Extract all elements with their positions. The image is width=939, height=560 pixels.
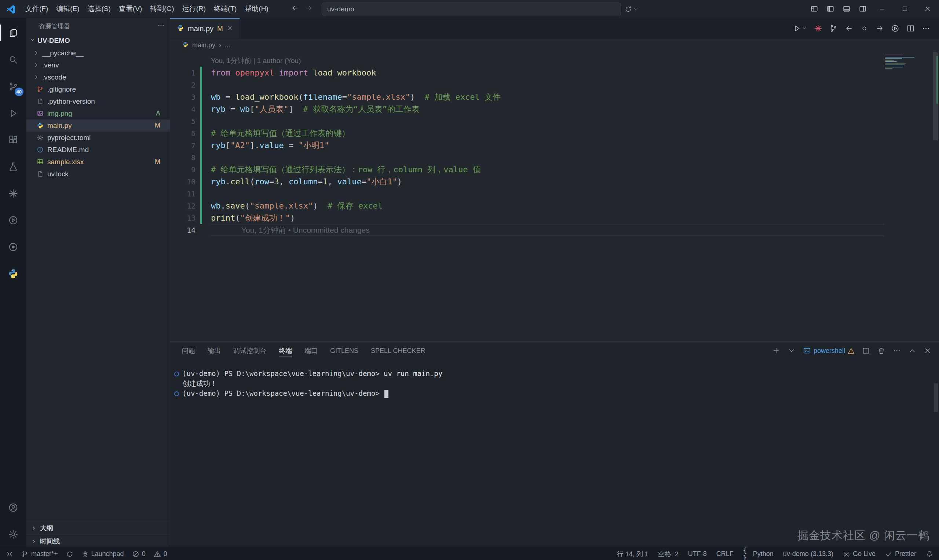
activity-settings[interactable] <box>0 521 26 548</box>
terminal-shell-button[interactable]: powershell <box>803 347 855 355</box>
command-center-search[interactable]: uv-demo <box>322 3 621 15</box>
menu-item[interactable]: 转到(G) <box>146 0 178 18</box>
terminal[interactable]: (uv-demo) PS D:\workspace\vue-learning\u… <box>170 360 939 548</box>
previous-change-button[interactable] <box>845 24 853 32</box>
more-panel-actions-button[interactable] <box>893 347 901 355</box>
status-python-interpreter[interactable]: uv-demo (3.13.3) <box>783 550 833 558</box>
activity-run-and-debug[interactable] <box>0 100 26 126</box>
status-go-live[interactable]: Go Live <box>843 550 876 558</box>
activity-source-control[interactable]: 40 <box>0 73 26 100</box>
branch-icon <box>37 86 44 93</box>
status-gitlens-launchpad[interactable]: Launchpad <box>82 550 124 558</box>
file-item-pyproject.toml[interactable]: pyproject.toml <box>26 132 170 144</box>
file-item-sample.xlsx[interactable]: sample.xlsxM <box>26 156 170 168</box>
close-window-button[interactable] <box>916 0 939 18</box>
activity-python[interactable] <box>0 260 26 287</box>
file-item-uv.lock[interactable]: uv.lock <box>26 168 170 180</box>
split-editor-button[interactable] <box>907 24 915 32</box>
status-cursor-position[interactable]: 行 14, 列 1 <box>617 550 649 558</box>
panel-tab-SPELL CHECKER[interactable]: SPELL CHECKER <box>371 342 425 360</box>
compare-changes-button[interactable] <box>830 24 838 32</box>
codelens-blame[interactable]: You, 1分钟前 | 1 author (You) <box>170 55 939 67</box>
navigate-forward-button[interactable] <box>305 4 313 14</box>
panel-tab-端口[interactable]: 端口 <box>304 342 318 360</box>
maximize-icon <box>901 5 908 12</box>
panel-tab-输出[interactable]: 输出 <box>208 342 221 360</box>
editor-scrollbar[interactable] <box>933 52 938 140</box>
activity-extension-sparkle[interactable] <box>0 180 26 207</box>
image-icon <box>37 110 44 117</box>
activity-testing[interactable] <box>0 153 26 180</box>
file-item-main.py[interactable]: main.pyM <box>26 120 170 132</box>
command-center-extra-button[interactable] <box>624 3 638 15</box>
panel-tab-问题[interactable]: 问题 <box>182 342 195 360</box>
file-item-.venv[interactable]: .venv <box>26 59 170 71</box>
menu-item[interactable]: 编辑(E) <box>52 0 83 18</box>
file-item-.vscode[interactable]: .vscode <box>26 71 170 83</box>
customize-layout-button[interactable] <box>806 0 822 18</box>
file-item-.python-version[interactable]: .python-version <box>26 95 170 108</box>
activity-accounts[interactable] <box>0 494 26 521</box>
status-indentation[interactable]: 空格: 2 <box>658 550 678 558</box>
split-terminal-button[interactable] <box>862 347 870 355</box>
panel-tab-GITLENS[interactable]: GITLENS <box>330 342 358 360</box>
activity-search[interactable] <box>0 46 26 73</box>
code-line-13: 13print("创建成功！") <box>170 212 939 224</box>
section-时间线[interactable]: 时间线 <box>26 534 170 548</box>
status-prettier[interactable]: Prettier <box>885 550 916 558</box>
explorer-more-actions-button[interactable] <box>157 22 165 31</box>
file-item-img.png[interactable]: img.pngA <box>26 108 170 120</box>
toggle-panel-button[interactable] <box>839 0 855 18</box>
file-name: .vscode <box>42 73 66 82</box>
status-git-sync[interactable] <box>66 551 73 558</box>
panel-tab-调试控制台[interactable]: 调试控制台 <box>233 342 266 360</box>
activity-extensions[interactable] <box>0 126 26 153</box>
status-notifications[interactable] <box>926 551 933 558</box>
run-or-debug-button[interactable] <box>891 24 899 32</box>
menu-item[interactable]: 文件(F) <box>21 0 52 18</box>
status-git-branch[interactable]: master*+ <box>21 550 58 558</box>
toggle-primary-sidebar-button[interactable] <box>822 0 839 18</box>
file-item-pycache[interactable]: __pycache__ <box>26 47 170 59</box>
kill-terminal-button[interactable] <box>877 347 885 355</box>
activity-extension-record[interactable] <box>0 234 26 260</box>
section-大纲[interactable]: 大纲 <box>26 521 170 534</box>
file-item-.gitignore[interactable]: .gitignore <box>26 83 170 95</box>
window-controls <box>806 0 939 18</box>
minimap[interactable] <box>885 55 919 70</box>
status-remote[interactable] <box>6 551 13 558</box>
maximize-button[interactable] <box>894 0 916 18</box>
panel-tab-终端[interactable]: 终端 <box>279 342 292 360</box>
more-actions-button[interactable] <box>922 24 930 32</box>
toggle-secondary-sidebar-button[interactable] <box>855 0 871 18</box>
open-change-button[interactable] <box>860 24 868 32</box>
menu-item[interactable]: 选择(S) <box>83 0 115 18</box>
tab-main-py[interactable]: main.py M <box>170 18 240 38</box>
breadcrumb[interactable]: main.py › ... <box>170 39 939 52</box>
new-terminal-button[interactable] <box>772 347 780 355</box>
activity-extension-run-circle[interactable] <box>0 207 26 234</box>
next-change-button[interactable] <box>876 24 884 32</box>
maximize-panel-button[interactable] <box>908 347 916 355</box>
close-panel-button[interactable] <box>924 347 932 355</box>
menu-item[interactable]: 帮助(H) <box>241 0 272 18</box>
status-problems-errors[interactable]: 0 <box>132 550 146 558</box>
run-python-file-button[interactable] <box>793 24 807 32</box>
status-language-mode[interactable]: { }Python <box>743 547 774 560</box>
code-editor[interactable]: You, 1分钟前 | 1 author (You) 1from openpyx… <box>170 52 939 341</box>
activity-explorer[interactable] <box>0 19 26 46</box>
status-label: 空格: 2 <box>658 550 678 558</box>
project-root-folder[interactable]: UV-DEMO <box>26 34 170 47</box>
menu-item[interactable]: 运行(R) <box>178 0 210 18</box>
file-item-README.md[interactable]: README.md <box>26 144 170 156</box>
status-eol[interactable]: CRLF <box>716 550 734 558</box>
status-problems-warnings[interactable]: 0 <box>154 550 167 558</box>
navigate-back-button[interactable] <box>291 4 299 14</box>
extension-red-action-button[interactable] <box>814 24 822 32</box>
status-encoding[interactable]: UTF-8 <box>688 550 707 558</box>
close-tab-button[interactable] <box>227 25 233 32</box>
minimize-button[interactable] <box>871 0 894 18</box>
menu-item[interactable]: 查看(V) <box>115 0 146 18</box>
menu-item[interactable]: 终端(T) <box>210 0 241 18</box>
terminal-dropdown-button[interactable] <box>788 347 796 355</box>
